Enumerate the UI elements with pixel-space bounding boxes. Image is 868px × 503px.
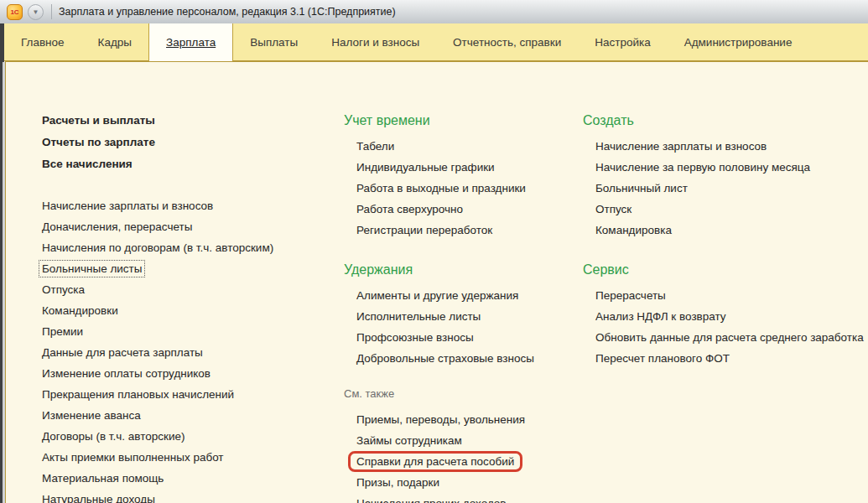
menu-link[interactable]: Больничный лист — [583, 178, 868, 199]
menu-link[interactable]: Начисления по договорам (в т.ч. авторски… — [42, 237, 319, 258]
menu-link[interactable]: Натуральные доходы — [42, 489, 319, 503]
spacer — [344, 241, 579, 259]
menu-link[interactable]: Договоры (в т.ч. авторские) — [42, 426, 319, 447]
section-header-uderzhaniya: Удержания — [344, 259, 579, 281]
menu-link[interactable]: Начисление зарплаты и взносов — [583, 136, 868, 157]
menu-column-middle: Учет времени Табели Индивидуальные графи… — [344, 110, 579, 503]
tab-kadry[interactable]: Кадры — [81, 23, 148, 60]
menu-column-right: Создать Начисление зарплаты и взносов На… — [583, 110, 868, 369]
menu-link[interactable]: Начисление зарплаты и взносов — [42, 195, 319, 216]
menu-link[interactable]: Работа сверхурочно — [344, 199, 579, 220]
menu-link[interactable]: Отпуска — [42, 279, 319, 300]
section-tab-bar: Главное Кадры Зарплата Выплаты Налоги и … — [4, 23, 868, 61]
section-header-see-also: См. также — [344, 383, 579, 405]
spacer — [583, 241, 868, 259]
app-logo-1c-icon: 1С — [7, 4, 23, 20]
section-header-servis: Сервис — [583, 259, 868, 281]
menu-link-raschety-i-vyplaty[interactable]: Расчеты и выплаты — [42, 110, 319, 132]
menu-link[interactable]: Табели — [344, 136, 579, 157]
tab-glavnoe[interactable]: Главное — [4, 23, 81, 60]
menu-link[interactable]: Командировка — [583, 220, 868, 241]
menu-link[interactable]: Регистрации переработок — [344, 220, 579, 241]
menu-link[interactable]: Изменение оплаты сотрудников — [42, 363, 319, 384]
menu-link[interactable]: Призы, подарки — [344, 472, 579, 493]
red-highlight-box: Справки для расчета пособий — [348, 451, 522, 472]
menu-link-highlighted[interactable]: Справки для расчета пособий — [344, 451, 579, 472]
window-title: Зарплата и управление персоналом, редакц… — [59, 6, 396, 18]
section-header-uchet-vremeni: Учет времени — [344, 110, 579, 132]
menu-link[interactable]: Данные для расчета зарплаты — [42, 342, 319, 363]
tab-nastroyka[interactable]: Настройка — [578, 23, 667, 60]
menu-link[interactable]: Алименты и другие удержания — [344, 285, 579, 306]
menu-link[interactable]: Начисления прочих доходов — [344, 493, 579, 503]
menu-link[interactable]: Займы сотрудникам — [344, 430, 579, 451]
menu-link[interactable]: Материальная помощь — [42, 468, 319, 489]
spacer — [42, 175, 319, 195]
menu-link[interactable]: Анализ НДФЛ к возврату — [583, 306, 868, 327]
menu-link[interactable]: Отпуск — [583, 199, 868, 220]
tab-vyplaty[interactable]: Выплаты — [233, 23, 314, 60]
titlebar-separator — [51, 4, 52, 19]
menu-link[interactable]: Приемы, переводы, увольнения — [344, 409, 579, 430]
menu-link-vse-nachisleniya[interactable]: Все начисления — [42, 153, 319, 175]
menu-link[interactable]: Акты приемки выполненных работ — [42, 447, 319, 468]
tab-administrirovanie[interactable]: Администрирование — [668, 23, 809, 60]
menu-link[interactable]: Профсоюзные взносы — [344, 327, 579, 348]
menu-link-focused[interactable]: Больничные листы — [42, 258, 319, 279]
menu-link-otchety-po-zarplate[interactable]: Отчеты по зарплате — [42, 132, 319, 153]
menu-link[interactable]: Обновить данные для расчета среднего зар… — [583, 327, 868, 348]
title-bar: 1С ▼ Зарплата и управление персоналом, р… — [0, 0, 868, 24]
menu-link[interactable]: Прекращения плановых начислений — [42, 384, 319, 405]
menu-link[interactable]: Командировки — [42, 300, 319, 321]
menu-link[interactable]: Премии — [42, 321, 319, 342]
menu-link[interactable]: Начисление за первую половину месяца — [583, 157, 868, 178]
menu-link[interactable]: Исполнительные листы — [344, 306, 579, 327]
menu-link[interactable]: Изменение аванса — [42, 405, 319, 426]
section-header-sozdat: Создать — [583, 110, 868, 132]
section-menu-panel: Расчеты и выплаты Отчеты по зарплате Все… — [5, 61, 868, 503]
menu-link[interactable]: Работа в выходные и праздники — [344, 178, 579, 199]
menu-link[interactable]: Перерасчеты — [583, 285, 868, 306]
menu-link[interactable]: Пересчет планового ФОТ — [583, 348, 868, 369]
keyboard-focus-outline: Больничные листы — [39, 260, 145, 277]
menu-link[interactable]: Добровольные страховые взносы — [344, 348, 579, 369]
menu-link[interactable]: Индивидуальные графики — [344, 157, 579, 178]
main-menu-dropdown-button[interactable]: ▼ — [28, 4, 44, 20]
tab-otchetnost-spravki[interactable]: Отчетность, справки — [436, 23, 578, 60]
tab-zarplata[interactable]: Зарплата — [148, 23, 233, 61]
menu-link[interactable]: Доначисления, перерасчеты — [42, 216, 319, 237]
menu-column-main: Расчеты и выплаты Отчеты по зарплате Все… — [42, 110, 319, 503]
tab-nalogi-i-vznosy[interactable]: Налоги и взносы — [314, 23, 436, 60]
spacer — [344, 369, 579, 383]
